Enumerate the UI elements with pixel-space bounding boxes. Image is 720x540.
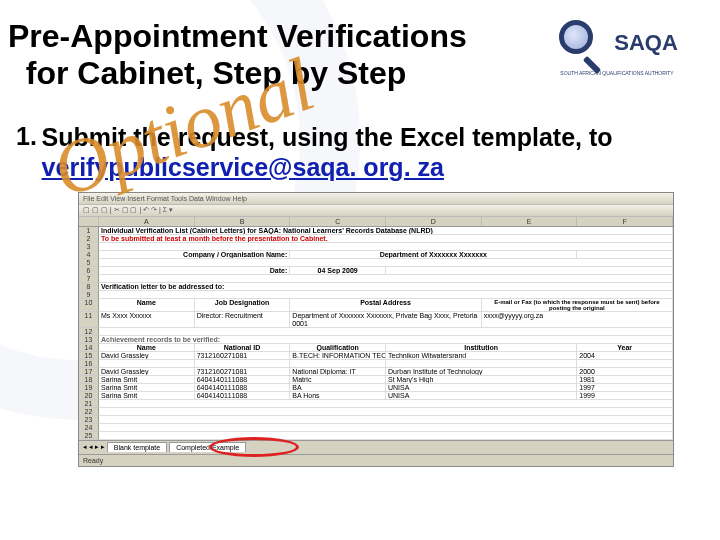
saqa-logo: SAQA SOUTH AFRICAN QUALIFICATIONS AUTHOR… bbox=[532, 18, 702, 76]
date-label: Date: bbox=[99, 267, 290, 275]
title-line1: Pre-Appointment Verifications bbox=[8, 18, 467, 54]
toolbar-icon: ▢ ▢ ▢ | ✂ ▢ ▢ | ↶ ↷ | Σ ▾ bbox=[83, 206, 173, 214]
logo-subtext: SOUTH AFRICAN QUALIFICATIONS AUTHORITY bbox=[560, 70, 673, 76]
table-row: 16 bbox=[79, 360, 673, 368]
slide-title: Pre-Appointment Verifications for Cabine… bbox=[6, 18, 532, 92]
red-circle-annotation bbox=[209, 437, 299, 457]
excel-toolbar: ▢ ▢ ▢ | ✂ ▢ ▢ | ↶ ↷ | Σ ▾ bbox=[79, 205, 673, 217]
table-row: 17David Grassley7312160271081National Di… bbox=[79, 368, 673, 376]
person-row: 11 Ms Xxxx Xxxxxx Director: Recruitment … bbox=[79, 312, 673, 328]
excel-screenshot: File Edit View Insert Format Tools Data … bbox=[78, 192, 674, 467]
verify-email-link[interactable]: verifypublicservice@saqa. org. za bbox=[42, 153, 444, 181]
table-row: 23 bbox=[79, 416, 673, 424]
nav-arrows-icon[interactable]: ◂ ◂ ▸ ▸ bbox=[83, 443, 105, 451]
table-row: 18Sarina Smit6404140111088MatricSt Mary'… bbox=[79, 376, 673, 384]
sheet-tabs: ◂ ◂ ▸ ▸ Blank template Completed Example bbox=[79, 440, 673, 454]
table-row: 19Sarina Smit6404140111088BAUNISA1997 bbox=[79, 384, 673, 392]
table-row: 25 bbox=[79, 432, 673, 440]
excel-status-bar: Ready bbox=[79, 454, 673, 466]
step-number: 1. bbox=[16, 122, 42, 182]
magnifying-glass-icon bbox=[556, 18, 606, 68]
company-label: Company / Organisation Name: bbox=[99, 251, 290, 259]
dept-value: Department of Xxxxxxx Xxxxxxx bbox=[290, 251, 577, 259]
excel-menubar: File Edit View Insert Format Tools Data … bbox=[79, 193, 673, 205]
table-row: 20Sarina Smit6404140111088BA HonsUNISA19… bbox=[79, 392, 673, 400]
table-row: 15David Grassley7312160271081B.TECH: INF… bbox=[79, 352, 673, 360]
table-row: 21 bbox=[79, 400, 673, 408]
sheet-title: Individual Verification List (Cabinet Le… bbox=[99, 227, 673, 235]
title-line2: for Cabinet, Step by Step bbox=[26, 55, 406, 91]
letter-label: Verification letter to be addressed to: bbox=[99, 283, 673, 291]
date-value: 04 Sep 2009 bbox=[290, 267, 386, 275]
tab-blank-template[interactable]: Blank template bbox=[107, 442, 167, 452]
achievements-label: Achievement records to be verified: bbox=[99, 336, 673, 344]
table-row: 24 bbox=[79, 424, 673, 432]
excel-column-headers: A B C D E F bbox=[79, 217, 673, 227]
logo-text: SAQA bbox=[614, 32, 678, 54]
step-text: Submit the request, using the Excel temp… bbox=[42, 122, 702, 182]
submission-note: To be submitted at least a month before … bbox=[99, 235, 673, 243]
table-row: 22 bbox=[79, 408, 673, 416]
